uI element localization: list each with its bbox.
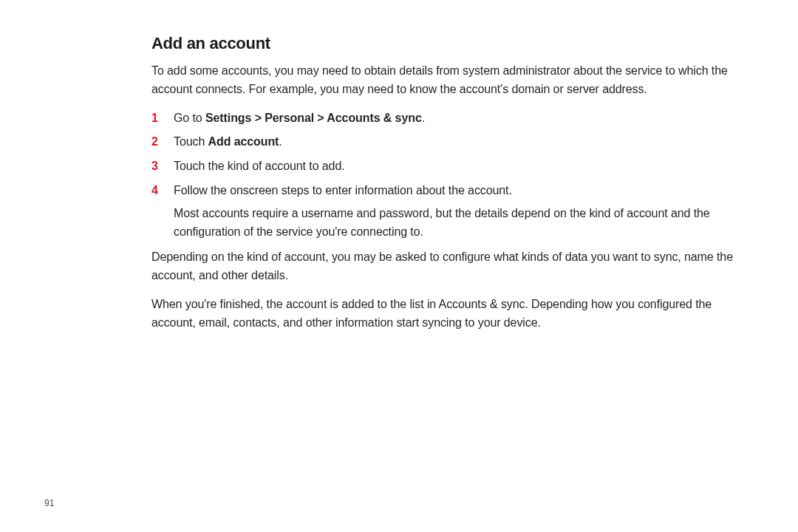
step-number: 1 [151,109,174,128]
step-bold: Settings > Personal > Accounts & sync [205,112,422,124]
step-pre: Touch [174,135,208,148]
step-post: . [279,135,282,148]
section-heading: Add an account [151,34,754,53]
step-pre: Go to [174,112,205,124]
step-text: Touch the kind of account to add. [174,157,754,176]
after-paragraph: Depending on the kind of account, you ma… [151,248,754,285]
after-paragraph: When you're finished, the account is add… [151,296,754,332]
step-bold: Add account [208,135,279,148]
steps-list: 1 Go to Settings > Personal > Accounts &… [151,109,754,242]
step-number: 3 [151,157,174,176]
step-subtext: Most accounts require a username and pas… [174,205,754,242]
document-page: Add an account To add some accounts, you… [0,0,798,532]
intro-paragraph: To add some accounts, you may need to ob… [151,62,754,99]
step-number: 2 [151,133,174,151]
step-item: 4 Follow the onscreen steps to enter inf… [151,182,754,241]
step-text: Follow the onscreen steps to enter infor… [174,182,754,241]
step-number: 4 [151,182,174,241]
step-text: Touch Add account. [174,133,754,151]
page-number: 91 [44,498,54,508]
step-post: . [422,112,425,124]
step-item: 3 Touch the kind of account to add. [151,157,754,176]
step-item: 1 Go to Settings > Personal > Accounts &… [151,109,754,128]
step-item: 2 Touch Add account. [151,133,754,151]
step-main: Follow the onscreen steps to enter infor… [174,184,512,197]
step-text: Go to Settings > Personal > Accounts & s… [174,109,754,128]
